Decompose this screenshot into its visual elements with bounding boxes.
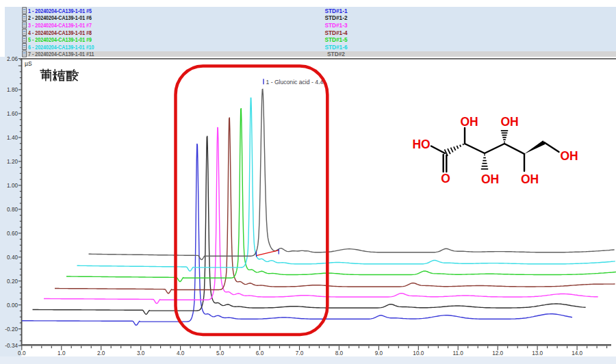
svg-text:7.0: 7.0 [296,350,304,356]
svg-text:2.06: 2.06 [7,56,18,62]
svg-text:STD#1-2: STD#1-2 [324,14,348,21]
svg-text:0.80: 0.80 [7,207,18,213]
svg-text:HO: HO [412,138,430,151]
svg-text:1 - 20240204-CA139-1-01 #5: 1 - 20240204-CA139-1-01 #5 [28,8,92,14]
svg-text:10.0: 10.0 [413,350,424,356]
svg-text:2.0: 2.0 [97,350,105,356]
svg-text:7 - 20240204-CA139-1-01 #11: 7 - 20240204-CA139-1-01 #11 [28,51,94,57]
svg-text:-0.20: -0.20 [5,326,18,333]
svg-text:6 - 20240204-CA139-1-01 #10: 6 - 20240204-CA139-1-01 #10 [28,44,94,51]
svg-text:OH: OH [521,172,539,186]
svg-text:14.0: 14.0 [572,350,582,356]
svg-text:1.60: 1.60 [7,111,18,117]
svg-text:4 - 20240204-CA139-1-01 #8: 4 - 20240204-CA139-1-01 #8 [28,29,92,36]
svg-text:OH: OH [481,172,499,186]
svg-text:STD#1-5: STD#1-5 [324,36,348,43]
svg-text:0.60: 0.60 [7,231,18,237]
svg-text:-0.34: -0.34 [5,343,18,349]
svg-text:OH: OH [460,115,478,129]
svg-text:6.0: 6.0 [256,350,264,356]
svg-text:O: O [441,172,450,185]
svg-text:2 - 20240204-CA139-1-01 #6: 2 - 20240204-CA139-1-01 #6 [28,14,92,21]
svg-text:0.0: 0.0 [18,350,26,356]
svg-text:OH: OH [560,149,578,163]
svg-text:9.0: 9.0 [375,350,383,356]
svg-text:4.0: 4.0 [177,350,185,356]
svg-text:1.40: 1.40 [7,135,18,141]
svg-text:STD#1-4: STD#1-4 [324,29,348,36]
svg-text:3.0: 3.0 [137,350,145,356]
svg-text:13.0: 13.0 [532,350,543,356]
svg-text:0.00: 0.00 [7,302,18,309]
svg-text:11.0: 11.0 [453,350,464,356]
svg-text:STD#1-6: STD#1-6 [324,44,348,51]
svg-text:1.00: 1.00 [7,183,18,189]
svg-text:1.20: 1.20 [7,159,18,165]
svg-text:0.20: 0.20 [7,278,18,285]
svg-text:8.0: 8.0 [335,350,344,356]
svg-text:3 - 20240204-CA139-1-01 #7: 3 - 20240204-CA139-1-01 #7 [28,22,92,29]
svg-text:1.0: 1.0 [57,350,66,356]
svg-text:0.40: 0.40 [7,255,18,261]
svg-text:5.0: 5.0 [216,350,224,356]
svg-text:1.80: 1.80 [7,87,18,93]
svg-text:5 - 20240204-CA139-1-01 #9: 5 - 20240204-CA139-1-01 #9 [28,36,92,43]
svg-text:STD#1-3: STD#1-3 [324,22,348,29]
svg-text:STD#1-1: STD#1-1 [324,8,348,14]
svg-text:12.0: 12.0 [492,350,503,356]
svg-text:STD#2: STD#2 [327,51,345,57]
svg-text:OH: OH [500,115,518,129]
svg-text:1 - Gluconic acid - 4.41: 1 - Gluconic acid - 4.41 [266,79,327,86]
svg-text:µS: µS [25,60,32,67]
